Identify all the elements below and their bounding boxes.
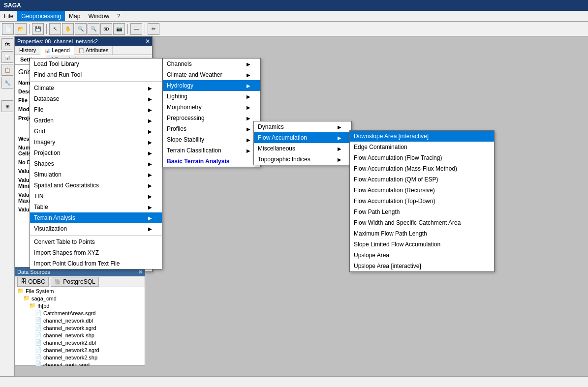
slope-stability-arrow: ▶ xyxy=(247,137,250,143)
menu-flow-accumulation[interactable]: Flow Accumulation ▶ xyxy=(254,132,351,143)
menu-profiles[interactable]: Profiles ▶ xyxy=(163,123,260,134)
menu-flow-mass-flux[interactable]: Flow Accumulation (Mass-Flux Method) xyxy=(350,163,494,174)
menu-window[interactable]: Window xyxy=(84,11,113,21)
simulation-arrow: ▶ xyxy=(148,172,152,178)
menu-map[interactable]: Map xyxy=(65,11,84,21)
menu-file-sub[interactable]: File ▶ xyxy=(30,104,162,115)
database-arrow: ▶ xyxy=(148,96,152,102)
toolbar-minus[interactable]: ― xyxy=(130,23,142,35)
imagery-arrow: ▶ xyxy=(148,140,152,145)
toolbar-pointer[interactable]: ↖ xyxy=(49,23,61,35)
ds-catchment-areas[interactable]: 📄 CatchmentAreas.sgrd xyxy=(15,309,145,317)
menu-max-flow-path[interactable]: Maximum Flow Path Length xyxy=(350,228,494,239)
menu-dynamics[interactable]: Dynamics ▶ xyxy=(254,121,351,132)
menu-tin[interactable]: TIN ▶ xyxy=(30,191,162,202)
ds-channel-network2-shp[interactable]: 📄 channel_network2.shp xyxy=(15,354,145,361)
menu-simulation[interactable]: Simulation ▶ xyxy=(30,169,162,180)
data-sources-content: 📁 File System 📁 saga_cmd 📁 fh[bd 📄 Catch… xyxy=(15,287,145,366)
ds-channel-network-shp[interactable]: 📄 channel_network.shp xyxy=(15,331,145,339)
menu-hydrology[interactable]: Hydrology ▶ xyxy=(163,80,260,91)
shapes-arrow: ▶ xyxy=(148,161,152,167)
toolbar-new[interactable]: 📄 xyxy=(2,23,14,35)
menu-garden[interactable]: Garden ▶ xyxy=(30,115,162,126)
toolbar-save[interactable]: 💾 xyxy=(32,23,44,35)
spatial-arrow: ▶ xyxy=(148,183,152,188)
ds-odbc-btn[interactable]: 🗄 ODBC xyxy=(17,277,49,287)
toolbar-zoom-in[interactable]: 🔍 xyxy=(75,23,87,35)
menu-convert-table[interactable]: Convert Table to Points xyxy=(30,237,162,247)
menu-basic-terrain[interactable]: Basic Terrain Analysis xyxy=(163,156,260,167)
menu-flow-width[interactable]: Flow Width and Specific Catchment Area xyxy=(350,217,494,228)
sidebar-icon-3[interactable]: 📋 xyxy=(1,64,13,76)
tab-attributes[interactable]: 📋 Attributes xyxy=(74,46,113,55)
file-icon-catchment: 📄 xyxy=(35,310,42,316)
menu-upslope-area[interactable]: Upslope Area xyxy=(350,250,494,261)
menu-load-tool-library[interactable]: Load Tool Library xyxy=(30,59,162,69)
ds-fhbd[interactable]: 📁 fh[bd xyxy=(15,302,145,309)
menu-database[interactable]: Database ▶ xyxy=(30,93,162,104)
menu-flow-recursive[interactable]: Flow Accumulation (Recursive) xyxy=(350,185,494,196)
menu-flow-path-length[interactable]: Flow Path Length xyxy=(350,207,494,217)
hydrology-arrow: ▶ xyxy=(247,83,250,89)
menu-imagery[interactable]: Imagery ▶ xyxy=(30,137,162,148)
menu-topographic-indices[interactable]: Topographic Indices ▶ xyxy=(254,154,351,165)
menu-find-run-tool[interactable]: Find and Run Tool xyxy=(30,69,162,80)
visualization-arrow: ▶ xyxy=(148,226,152,232)
menu-flow-top-down[interactable]: Flow Accumulation (Top-Down) xyxy=(350,196,494,207)
panel-close-button[interactable]: ✕ xyxy=(145,38,150,45)
ds-channel-network2-dbf[interactable]: 📄 channel_network2.dbf xyxy=(15,339,145,346)
sidebar-icon-2[interactable]: 📊 xyxy=(1,51,13,63)
menu-preprocessing[interactable]: Preprocessing ▶ xyxy=(163,113,260,123)
menu-lighting[interactable]: Lighting ▶ xyxy=(163,91,260,102)
toolbar-open[interactable]: 📂 xyxy=(15,23,27,35)
ds-channel-network2-sgrd[interactable]: 📄 channel_network2.sgrd xyxy=(15,346,145,354)
ds-close-button[interactable]: ✕ xyxy=(138,269,143,275)
menu-downslope-area[interactable]: Downslope Area [interactive] xyxy=(350,131,494,142)
menu-visualization[interactable]: Visualization ▶ xyxy=(30,223,162,234)
tab-history[interactable]: History xyxy=(15,46,40,55)
menu-terrain-analysis[interactable]: Terrain Analysis ▶ xyxy=(30,212,162,223)
menu-import-shapes[interactable]: Import Shapes from XYZ xyxy=(30,247,162,258)
toolbar-pan[interactable]: ✋ xyxy=(62,23,74,35)
menu-terrain-classification[interactable]: Terrain Classification ▶ xyxy=(163,145,260,156)
file-sub-arrow: ▶ xyxy=(148,107,152,113)
toolbar-pencil[interactable]: ✏ xyxy=(148,23,159,35)
menu-slope-stability[interactable]: Slope Stability ▶ xyxy=(163,134,260,145)
menu-shapes[interactable]: Shapes ▶ xyxy=(30,158,162,169)
menu-help[interactable]: ? xyxy=(113,11,124,21)
file-icon-cr: 📄 xyxy=(35,361,42,366)
toolbar-screenshot[interactable]: 📷 xyxy=(113,23,125,35)
menu-import-point-cloud[interactable]: Import Point Cloud from Text File xyxy=(30,258,162,269)
ds-channel-network-sgrd[interactable]: 📄 channel_network.sgrd xyxy=(15,324,145,331)
menu-miscellaneous[interactable]: Miscellaneous ▶ xyxy=(254,143,351,154)
menu-climate-weather[interactable]: Climate and Weather ▶ xyxy=(163,69,260,80)
menu-table[interactable]: Table ▶ xyxy=(30,202,162,212)
sidebar-icon-1[interactable]: 🗺 xyxy=(1,38,13,50)
menu-geoprocessing[interactable]: Geoprocessing xyxy=(17,11,65,21)
ds-channel-network-dbf[interactable]: 📄 channel_network.dbf xyxy=(15,317,145,324)
tab-legend[interactable]: 📊 Legend xyxy=(40,46,74,55)
menu-morphometry[interactable]: Morphometry ▶ xyxy=(163,102,260,113)
menu-upslope-area-interactive[interactable]: Upslope Area [interactive] xyxy=(350,261,494,271)
toolbar: 📄 📂 💾 ↖ ✋ 🔍 🔍 3D 📷 ― ✏ xyxy=(0,22,588,36)
menu-grid[interactable]: Grid ▶ xyxy=(30,126,162,137)
attributes-icon: 📋 xyxy=(78,48,84,53)
menu-file[interactable]: File xyxy=(0,11,17,21)
menu-spatial-geo[interactable]: Spatial and Geostatistics ▶ xyxy=(30,180,162,191)
sidebar-icon-4[interactable]: 🔧 xyxy=(1,77,13,89)
menu-edge-contamination[interactable]: Edge Contamination xyxy=(350,142,494,152)
sidebar-icon-5[interactable]: ⊞ xyxy=(1,100,13,112)
ds-file-system[interactable]: 📁 File System xyxy=(15,287,145,295)
menu-flow-qm-esp[interactable]: Flow Accumulation (QM of ESP) xyxy=(350,174,494,185)
menu-flow-tracing[interactable]: Flow Accumulation (Flow Tracing) xyxy=(350,152,494,163)
toolbar-zoom-out[interactable]: 🔍 xyxy=(88,23,99,35)
menu-slope-limited[interactable]: Slope Limited Flow Accumulation xyxy=(350,239,494,250)
toolbar-3d[interactable]: 3D xyxy=(100,23,112,35)
ds-channel-route[interactable]: 📄 channel_route.sgrd xyxy=(15,361,145,366)
menu-channels[interactable]: Channels ▶ xyxy=(163,59,260,69)
left-sidebar: 🗺 📊 📋 🔧 ⊞ xyxy=(0,36,15,376)
ds-saga-cmd[interactable]: 📁 saga_cmd xyxy=(15,295,145,302)
ds-postgres-btn[interactable]: 🐘 PostgreSQL xyxy=(51,277,99,287)
menu-projection[interactable]: Projection ▶ xyxy=(30,148,162,158)
menu-climate[interactable]: Climate ▶ xyxy=(30,83,162,93)
